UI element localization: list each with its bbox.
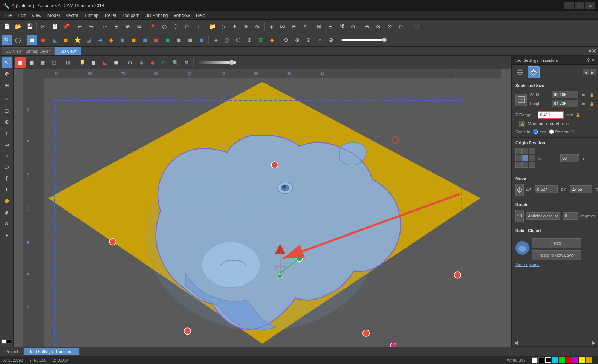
tab-close-panel-button[interactable]: ✕ <box>592 47 596 55</box>
cut-button[interactable]: ✂ <box>38 21 49 32</box>
tb-btn-12[interactable]: ⊙ <box>182 21 192 32</box>
view-overlay[interactable]: ⊕ <box>159 57 169 68</box>
maximize-button[interactable]: □ <box>575 2 584 9</box>
tb-btn-7[interactable]: ⊕ <box>122 21 133 32</box>
tb-btn-13[interactable]: ↓ <box>193 21 203 32</box>
swatch-white-status[interactable] <box>532 357 538 363</box>
tb2-relief-16[interactable]: ◼ <box>196 35 207 45</box>
height-input[interactable] <box>552 100 578 107</box>
shading-slider-container[interactable] <box>198 61 236 64</box>
menu-model[interactable]: Model <box>44 12 63 19</box>
origin-bc[interactable] <box>522 162 528 168</box>
delta-y-input[interactable] <box>570 185 592 193</box>
tb-btn-5[interactable]: ↕↔ <box>100 21 110 32</box>
tb-btn-6[interactable]: ⊞ <box>111 21 122 32</box>
view-front[interactable]: ◼ <box>15 57 26 68</box>
tb-btn-9[interactable]: ⚑ <box>148 21 158 32</box>
swatch-white[interactable] <box>2 339 6 344</box>
width-input[interactable] <box>552 91 578 98</box>
range-slider[interactable] <box>341 39 387 41</box>
view-reset[interactable]: ⊙ <box>125 57 135 68</box>
tb2-relief-5[interactable]: ⭐ <box>72 35 83 45</box>
copy-button[interactable]: 📋 <box>49 21 60 32</box>
new-button[interactable]: 📄 <box>2 21 12 32</box>
tb2-tool-4[interactable]: ⌖ <box>315 35 325 45</box>
panel-help-button[interactable]: ? <box>587 58 590 63</box>
more-options-link[interactable]: More options <box>515 262 594 267</box>
light-toggle[interactable]: 💡 <box>77 57 87 68</box>
undo-button[interactable]: ↩ <box>75 21 85 32</box>
zrange-lock[interactable]: 🔒 <box>575 113 580 117</box>
tb-btn-10[interactable]: ◎ <box>159 21 170 32</box>
circle-tool[interactable]: ○ <box>2 150 12 161</box>
view-relief2[interactable]: ◆ <box>147 57 158 68</box>
tab-3dview[interactable]: 3D View <box>55 47 81 55</box>
view-iso[interactable]: ◻ <box>49 57 60 68</box>
tb2-relief-22[interactable]: ◆ <box>267 35 277 45</box>
transform-tool[interactable]: ↕ <box>2 128 12 138</box>
panel-close-button[interactable]: ✕ <box>591 58 595 63</box>
tb-btn-23[interactable]: ⊞ <box>314 21 324 32</box>
view-pan[interactable]: ⊛ <box>181 57 192 68</box>
transform-move-icon[interactable] <box>514 66 526 78</box>
shade-smooth[interactable]: ◣ <box>99 57 110 68</box>
scale-mm-radio[interactable] <box>533 129 538 134</box>
menu-toolpath[interactable]: Toolpath <box>119 12 142 19</box>
zrange-input[interactable] <box>538 111 564 119</box>
tb2-tool-3[interactable]: ⊘ <box>303 35 314 45</box>
tb-btn-15[interactable]: ▷ <box>218 21 229 32</box>
move-tool[interactable]: ✥ <box>2 69 12 79</box>
origin-tc[interactable] <box>522 148 528 154</box>
eraser-tool[interactable]: ◻ <box>2 105 12 116</box>
tb2-btn-1[interactable]: 🔍 <box>2 35 12 45</box>
scale-mm-label[interactable]: mm <box>533 129 546 134</box>
tb2-relief-14[interactable]: ◼ <box>174 35 184 45</box>
scale-percent-label[interactable]: Percent % <box>549 129 574 134</box>
shade-flat[interactable]: ◼ <box>88 57 99 68</box>
view-relief[interactable]: ◆ <box>136 57 147 68</box>
viewport[interactable]: ◼ ◼ ◼ ◻ ⊞ 💡 ◼ ◣ ⬟ ⊙ ◆ ◆ ⊕ 🔍 ⊛ <box>14 56 511 347</box>
tb-btn-27[interactable]: ⊕ <box>362 21 372 32</box>
swatch-purple[interactable] <box>572 357 578 363</box>
height-lock[interactable]: 🔒 <box>590 102 594 106</box>
swatch-yellow[interactable] <box>579 357 585 363</box>
view-zoom[interactable]: 🔍 <box>170 57 180 68</box>
rect-tool[interactable]: ▭ <box>2 139 12 150</box>
menu-bitmap[interactable]: Bitmap <box>82 12 102 19</box>
origin-bl[interactable] <box>515 162 522 168</box>
origin-mr[interactable] <box>529 155 535 161</box>
knife-tool[interactable]: ⚔ <box>2 218 12 229</box>
tb2-relief-13[interactable]: ◼ <box>162 35 173 45</box>
tb-btn-21[interactable]: ⊕ <box>289 21 299 32</box>
swatch-black[interactable] <box>7 339 11 344</box>
paste-button[interactable]: 📌 <box>61 21 71 32</box>
tb-btn-30[interactable]: ⊙ <box>396 21 406 32</box>
panel-nav-right[interactable]: ▶ <box>592 340 596 346</box>
menu-window[interactable]: Window <box>171 12 193 19</box>
menu-file[interactable]: File <box>2 12 15 19</box>
tb2-tool-1[interactable]: ⊙ <box>281 35 291 45</box>
menu-3dprinting[interactable]: 3D Printing <box>142 12 171 19</box>
menu-relief[interactable]: Relief <box>102 12 119 19</box>
tb-btn-18[interactable]: ⊛ <box>252 21 263 32</box>
grid-tool[interactable]: ⊞ <box>2 80 12 90</box>
scale-percent-radio[interactable] <box>549 129 554 134</box>
tb2-relief-21[interactable]: ⊞ <box>255 35 266 45</box>
tb-btn-26[interactable]: ⊛ <box>348 21 358 32</box>
view-top[interactable]: ◼ <box>38 57 48 68</box>
delta-x-input[interactable] <box>535 185 558 193</box>
panel-nav-left[interactable]: ◀ <box>514 340 518 346</box>
redo-button[interactable]: ↪ <box>86 21 96 32</box>
tb-btn-14[interactable]: 📁 <box>207 21 217 32</box>
tab-2dview[interactable]: 2D View - Bitmap Layer <box>2 47 55 55</box>
swatch-black-status[interactable] <box>538 357 544 363</box>
tb2-relief-3[interactable]: ◣ <box>49 35 60 45</box>
tb2-relief-6[interactable]: ◢ <box>83 35 94 45</box>
bucket-tool[interactable]: ⬟ <box>2 196 12 206</box>
zoom-fit[interactable]: ⊞ <box>63 57 73 68</box>
bottom-tab-project[interactable]: Project <box>0 348 24 355</box>
swatch-fore-back[interactable] <box>545 357 551 363</box>
tb-btn-17[interactable]: ✵ <box>241 21 251 32</box>
measure-tool[interactable]: ⊕ <box>2 116 12 127</box>
menu-edit[interactable]: Edit <box>15 12 29 19</box>
